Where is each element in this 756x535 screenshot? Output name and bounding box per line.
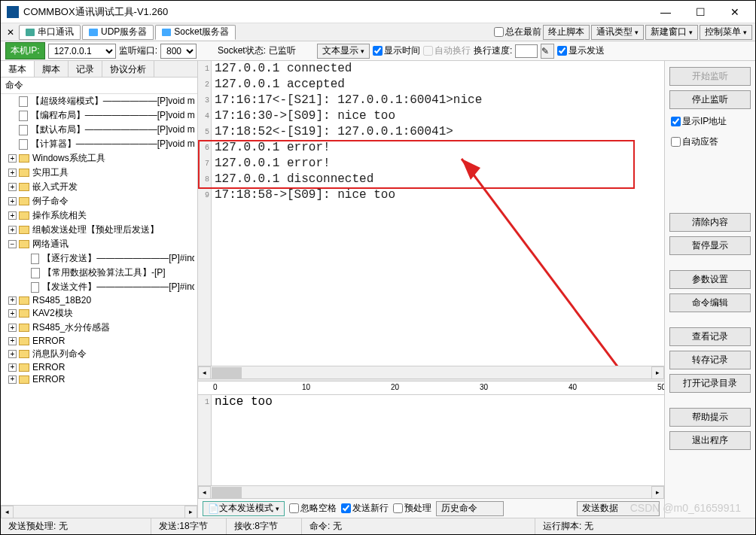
wrap-action-button[interactable]: ✎	[541, 44, 554, 59]
auto-reply-check[interactable]: 自动应答	[669, 134, 751, 150]
socket-state-label: Socket状态:	[218, 44, 266, 57]
tree-item[interactable]: +RS485_18B20	[1, 294, 197, 306]
input-area[interactable]: 1 nice too	[198, 395, 664, 485]
input-gutter: 1	[198, 395, 212, 485]
socket-state-value: 已监听	[269, 44, 296, 57]
auto-wrap-check[interactable]: 自动换行	[423, 44, 471, 57]
tree-item[interactable]: +ERROR	[1, 373, 197, 385]
left-panel: 基本 脚本 记录 协议分析 命令 【超级终端模式】——————[P]void m…	[1, 61, 198, 518]
tree-item[interactable]: +KAV2模块	[1, 306, 197, 321]
new-window-button[interactable]: 新建窗口	[645, 25, 698, 40]
subtab-protocol[interactable]: 协议分析	[102, 61, 154, 77]
log-gutter: 123456789	[198, 61, 212, 366]
trans-record-button[interactable]: 转存记录	[669, 351, 751, 369]
param-set-button[interactable]: 参数设置	[669, 270, 751, 289]
status-send: 发送:18字节	[151, 518, 227, 534]
tree-item[interactable]: 【编程布局】————————[P]void ma	[1, 108, 197, 123]
port-label: 监听端口:	[119, 44, 157, 57]
sub-tabs: 基本 脚本 记录 协议分析	[1, 61, 197, 78]
open-record-dir-button[interactable]: 打开记录目录	[669, 374, 751, 393]
input-hscroll[interactable]: ◂▸	[198, 485, 664, 498]
tree-item[interactable]: +Windows系统工具	[1, 151, 197, 166]
tree-item[interactable]: 【逐行发送】————————[P]#includ	[1, 251, 197, 266]
tab-socket[interactable]: Socket服务器	[155, 25, 236, 40]
tree-item[interactable]: 【默认布局】————————[P]void ma	[1, 123, 197, 137]
history-button[interactable]: 历史命令	[436, 501, 504, 516]
tree-item[interactable]: +嵌入式开发	[1, 180, 197, 194]
right-panel: 开始监听 停止监听 显示IP地址 自动应答 清除内容 暂停显示 参数设置 命令编…	[665, 61, 755, 518]
maximize-button[interactable]: ☐	[683, 2, 718, 23]
tree-hscroll[interactable]: ◂▸	[1, 505, 197, 518]
wrap-speed-label: 换行速度:	[474, 44, 512, 57]
tree-item[interactable]: 【发送文件】————————[P]#includ	[1, 280, 197, 294]
help-tip-button[interactable]: 帮助提示	[669, 408, 751, 427]
tree-item[interactable]: −网络通讯	[1, 237, 197, 251]
tab-label: Socket服务器	[174, 26, 229, 38]
tree-header: 命令	[1, 78, 197, 94]
status-bar: 发送预处理: 无 发送:18字节 接收:8字节 命令: 无 运行脚本: 无	[1, 518, 755, 534]
log-text: 127.0.0.1 connected127.0.0.1 accepted17:…	[212, 61, 664, 366]
ignore-space-check[interactable]: 忽略空格	[289, 502, 337, 515]
tree-item[interactable]: 【计算器】—————————[P]void ma	[1, 137, 197, 151]
tree-item[interactable]: +ERROR	[1, 361, 197, 373]
tab-udp[interactable]: UDP服务器	[82, 25, 154, 40]
close-button[interactable]: ✕	[718, 2, 752, 23]
tree-item[interactable]: +例子命令	[1, 194, 197, 208]
param-row: 本机IP: 127.0.0.1 监听端口: 8001 Socket状态: 已监听…	[1, 41, 755, 61]
tree-item[interactable]: +消息队列命令	[1, 347, 197, 361]
watermark: CSDN @m0_61659911	[630, 502, 741, 514]
show-time-check[interactable]: 显示时间	[373, 44, 420, 57]
subtab-basic[interactable]: 基本	[1, 61, 35, 77]
status-script: 运行脚本: 无	[535, 518, 755, 534]
input-text[interactable]: nice too	[212, 395, 276, 485]
preprocess-check[interactable]: 预处理	[393, 502, 431, 515]
tree-item[interactable]: +实用工具	[1, 166, 197, 180]
pause-show-button[interactable]: 暂停显示	[669, 236, 751, 255]
tab-label: UDP服务器	[101, 26, 147, 38]
exit-button[interactable]: 退出程序	[669, 431, 751, 450]
port-combo[interactable]: 8001	[160, 44, 197, 59]
show-ip-check[interactable]: 显示IP地址	[669, 114, 751, 129]
app-icon	[7, 6, 19, 18]
close-tab-icon[interactable]: ✕	[4, 27, 17, 38]
tab-label: 串口通讯	[38, 26, 74, 38]
window-title: COMMBOX通讯调试工具-V1.260	[23, 5, 648, 19]
status-cmd: 命令: 无	[302, 518, 535, 534]
stop-listen-button[interactable]: 停止监听	[669, 90, 751, 109]
command-tree[interactable]: 【超级终端模式】——————[P]void ma【编程布局】————————[P…	[1, 94, 197, 505]
tab-serial[interactable]: 串口通讯	[19, 25, 81, 40]
tree-item[interactable]: 【常用数据校验算法工具】-[P]	[1, 266, 197, 280]
bottom-controls: 📄 文本发送模式 忽略空格 发送新行 预处理 历史命令 发送数据	[198, 498, 664, 518]
center-panel: 123456789 127.0.0.1 connected127.0.0.1 a…	[198, 61, 665, 518]
text-mode-button[interactable]: 文本显示	[317, 44, 370, 59]
ctrl-menu-button[interactable]: 控制菜单	[700, 25, 752, 40]
comm-type-button[interactable]: 通讯类型	[591, 25, 644, 40]
log-hscroll[interactable]: ◂▸	[198, 366, 664, 378]
start-listen-button[interactable]: 开始监听	[669, 67, 751, 86]
always-top-check[interactable]: 总在最前	[494, 26, 541, 38]
send-mode-button[interactable]: 📄 文本发送模式	[203, 501, 285, 516]
tree-item[interactable]: +ERROR	[1, 335, 197, 347]
status-recv: 接收:8字节	[227, 518, 302, 534]
subtab-record[interactable]: 记录	[69, 61, 102, 77]
tree-item[interactable]: +操作系统相关	[1, 208, 197, 223]
ip-combo[interactable]: 127.0.0.1	[48, 44, 116, 59]
stop-script-button[interactable]: 终止脚本	[543, 25, 590, 40]
view-record-button[interactable]: 查看记录	[669, 327, 751, 346]
tree-item[interactable]: +组帧发送处理【预处理后发送】	[1, 223, 197, 237]
wrap-speed-input[interactable]	[515, 44, 538, 58]
subtab-script[interactable]: 脚本	[35, 61, 69, 77]
titlebar: COMMBOX通讯调试工具-V1.260 — ☐ ✕	[1, 1, 755, 23]
show-send-check[interactable]: 显示发送	[557, 44, 605, 57]
send-newline-check[interactable]: 发送新行	[341, 502, 389, 515]
minimize-button[interactable]: —	[648, 2, 683, 23]
tree-item[interactable]: 【超级终端模式】——————[P]void ma	[1, 94, 197, 108]
clear-content-button[interactable]: 清除内容	[669, 213, 751, 232]
ruler: 01020304050	[198, 381, 664, 395]
cmd-edit-button[interactable]: 命令编辑	[669, 293, 751, 312]
status-presend: 发送预处理: 无	[1, 518, 151, 534]
log-view[interactable]: 123456789 127.0.0.1 connected127.0.0.1 a…	[198, 61, 664, 366]
top-tab-row: ✕ 串口通讯 UDP服务器 Socket服务器 总在最前 终止脚本 通讯类型 新…	[1, 23, 755, 41]
local-ip-button[interactable]: 本机IP:	[5, 42, 45, 59]
tree-item[interactable]: +RS485_水分传感器	[1, 321, 197, 335]
